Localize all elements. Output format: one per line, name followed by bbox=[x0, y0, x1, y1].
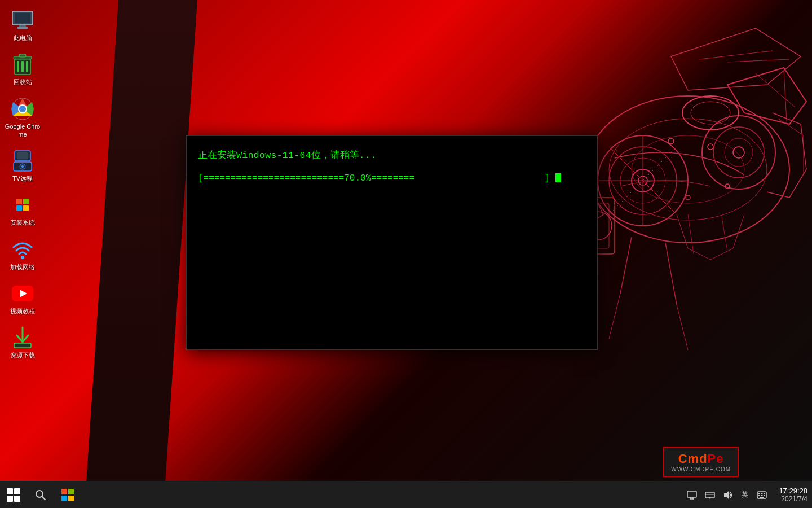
svg-point-14 bbox=[725, 138, 753, 167]
svg-line-24 bbox=[727, 59, 789, 62]
svg-point-38 bbox=[686, 195, 690, 200]
icon-install-system[interactable]: 安装系统 bbox=[2, 190, 43, 230]
recycle-bin-icon bbox=[11, 53, 34, 76]
svg-point-15 bbox=[733, 147, 744, 158]
tv-remote-icon bbox=[11, 150, 34, 172]
svg-point-64 bbox=[36, 491, 43, 497]
terminal-window: 正在安装Windows-11-64位，请稍等... [=============… bbox=[186, 135, 598, 350]
search-icon bbox=[35, 489, 46, 501]
icon-tv-remote[interactable]: TV远程 bbox=[2, 146, 43, 186]
svg-line-34 bbox=[722, 217, 727, 251]
chrome-label: Google Chrome bbox=[5, 122, 41, 139]
icon-youtube[interactable]: 视频教程 bbox=[2, 279, 43, 318]
svg-point-13 bbox=[713, 127, 764, 178]
cmdpe-url: WWW.CMDPE.COM bbox=[671, 466, 731, 472]
svg-rect-44 bbox=[17, 27, 28, 29]
cmd-text: Cmd bbox=[678, 452, 708, 466]
svg-rect-76 bbox=[761, 493, 763, 494]
svg-marker-22 bbox=[671, 28, 801, 90]
svg-line-23 bbox=[699, 51, 773, 59]
this-pc-label: 此电脑 bbox=[14, 34, 32, 42]
svg-line-33 bbox=[688, 214, 694, 254]
install-system-label: 安装系统 bbox=[10, 218, 35, 226]
svg-rect-48 bbox=[26, 61, 28, 72]
svg-line-25 bbox=[620, 237, 632, 294]
tray-volume-icon[interactable] bbox=[720, 487, 736, 503]
svg-rect-47 bbox=[21, 61, 24, 72]
download-label: 资源下载 bbox=[10, 351, 35, 359]
tray-language[interactable]: 英 bbox=[738, 488, 752, 502]
wifi-icon bbox=[11, 238, 34, 261]
svg-rect-66 bbox=[687, 491, 696, 497]
terminal-progress: [==========================70.0%========… bbox=[198, 170, 586, 187]
progress-suffix: ] bbox=[545, 173, 550, 183]
svg-rect-79 bbox=[761, 495, 763, 496]
svg-rect-80 bbox=[764, 495, 765, 496]
icon-wifi[interactable]: 加载网络 bbox=[2, 235, 43, 274]
tray-network-icon[interactable] bbox=[702, 487, 718, 503]
terminal-content: 正在安装Windows-11-64位，请稍等... [=============… bbox=[187, 136, 597, 198]
youtube-icon bbox=[11, 282, 34, 305]
taskbar: 英 17:29:28 2021/7/4 bbox=[0, 481, 812, 508]
svg-point-36 bbox=[708, 144, 713, 150]
chrome-icon bbox=[11, 98, 34, 120]
svg-rect-75 bbox=[758, 493, 760, 494]
tray-monitor-icon[interactable] bbox=[684, 487, 700, 503]
svg-point-58 bbox=[21, 165, 24, 168]
svg-point-0 bbox=[586, 96, 789, 243]
svg-rect-62 bbox=[14, 343, 31, 348]
tray-keyboard-icon[interactable] bbox=[754, 487, 770, 503]
svg-line-27 bbox=[609, 294, 620, 339]
youtube-label: 视频教程 bbox=[10, 307, 35, 315]
svg-line-28 bbox=[677, 305, 688, 350]
svg-rect-50 bbox=[19, 54, 26, 57]
cmdpe-watermark: CmdPe WWW.CMDPE.COM bbox=[663, 447, 739, 477]
desktop: 此电脑 回收站 bbox=[0, 0, 812, 508]
svg-point-2 bbox=[632, 135, 744, 203]
svg-point-59 bbox=[21, 256, 24, 259]
recycle-bin-label: 回收站 bbox=[14, 78, 32, 86]
svg-rect-81 bbox=[760, 497, 764, 498]
icon-download[interactable]: 资源下载 bbox=[2, 323, 43, 362]
tray-date: 2021/7/4 bbox=[781, 495, 807, 503]
wifi-label: 加载网络 bbox=[10, 263, 35, 271]
tray-time: 17:29:28 bbox=[779, 487, 807, 495]
icon-this-pc[interactable]: 此电脑 bbox=[2, 6, 43, 45]
svg-line-18 bbox=[784, 71, 787, 121]
this-pc-icon bbox=[11, 9, 34, 32]
install-system-icon bbox=[11, 194, 34, 216]
svg-rect-77 bbox=[764, 493, 765, 494]
icon-recycle-bin[interactable]: 回收站 bbox=[2, 50, 43, 89]
taskbar-search-button[interactable] bbox=[27, 481, 54, 509]
svg-point-53 bbox=[19, 106, 26, 112]
svg-rect-46 bbox=[17, 61, 19, 72]
svg-line-26 bbox=[665, 243, 677, 305]
cmdpe-text: CmdPe bbox=[671, 452, 731, 466]
svg-marker-73 bbox=[724, 491, 729, 499]
tray-datetime[interactable]: 17:29:28 2021/7/4 bbox=[774, 481, 812, 509]
progress-prefix: [ bbox=[198, 173, 204, 183]
system-tray: 英 bbox=[679, 481, 774, 509]
download-icon bbox=[11, 326, 34, 349]
svg-line-65 bbox=[42, 497, 45, 500]
terminal-cursor bbox=[555, 173, 561, 182]
tv-remote-label: TV远程 bbox=[12, 174, 33, 182]
svg-rect-78 bbox=[758, 495, 760, 496]
store-icon bbox=[61, 489, 74, 501]
svg-point-35 bbox=[668, 138, 674, 144]
svg-rect-42 bbox=[15, 13, 30, 23]
windows-logo-icon bbox=[7, 488, 20, 502]
svg-rect-43 bbox=[19, 25, 26, 27]
svg-rect-55 bbox=[17, 152, 28, 159]
pe-text: Pe bbox=[708, 452, 724, 466]
svg-point-1 bbox=[609, 119, 767, 220]
taskbar-store-button[interactable] bbox=[54, 481, 81, 509]
start-button[interactable] bbox=[0, 481, 27, 509]
icon-google-chrome[interactable]: Google Chrome bbox=[2, 94, 43, 142]
progress-bar: ==========================70.0%======== bbox=[204, 173, 414, 183]
svg-point-72 bbox=[709, 497, 711, 498]
svg-line-17 bbox=[756, 73, 795, 107]
desktop-icons-container: 此电脑 回收站 bbox=[0, 0, 45, 369]
terminal-line1: 正在安装Windows-11-64位，请稍等... bbox=[198, 147, 586, 165]
